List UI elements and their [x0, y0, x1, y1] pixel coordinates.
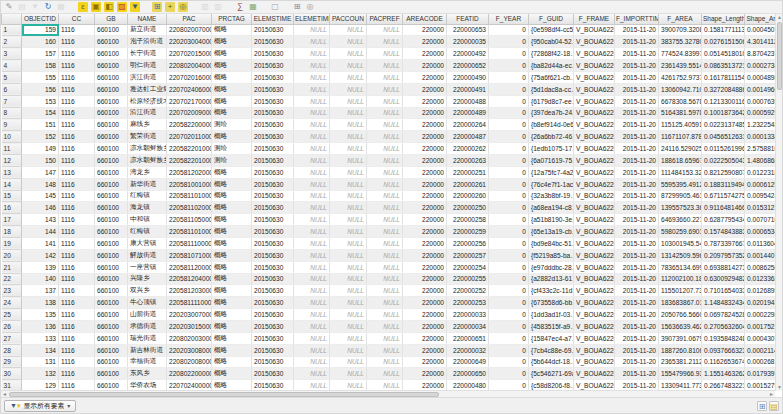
cell-f_importtime[interactable]: 2015-11-20 — [615, 380, 659, 390]
cell-areacode[interactable]: 220000 — [403, 297, 447, 309]
cell-f_importtime[interactable]: 2015-11-20 — [615, 249, 659, 261]
cell-featid[interactable]: 220000261 — [447, 178, 489, 190]
scroll-up-icon[interactable]: ▲ — [776, 14, 783, 21]
cell-objectid[interactable]: 132 — [22, 368, 59, 380]
row-number[interactable]: 17 — [2, 214, 22, 226]
row-number[interactable]: 27 — [2, 332, 22, 344]
column-header-gb[interactable]: GB — [95, 14, 128, 24]
cell-elemetime[interactable]: NULL — [294, 154, 330, 166]
cell-name[interactable]: 海龙镇 — [128, 202, 167, 214]
cell-areacode[interactable]: 220000 — [403, 24, 447, 36]
cell-featid[interactable]: 220000250 — [447, 202, 489, 214]
cell-shape_ar[interactable]: 0.01136048 — [745, 237, 776, 249]
cell-pac[interactable]: 220702009000 — [167, 107, 212, 119]
cell-objectid[interactable]: 131 — [22, 356, 59, 368]
cell-featid[interactable]: 220000490 — [447, 71, 489, 83]
cell-featid[interactable]: 220000488 — [447, 95, 489, 107]
cell-f_frame[interactable]: V_BOUA6220… — [574, 143, 615, 155]
cell-featid[interactable]: 220000487 — [447, 131, 489, 143]
cell-shape_ar[interactable]: 0.00707104 — [745, 214, 776, 226]
cell-f_area[interactable]: 183683867.01… — [659, 297, 702, 309]
cell-cc[interactable]: 1116 — [59, 143, 95, 155]
cell-shape_length[interactable]: 0.0456512631… — [702, 131, 745, 143]
cell-shape_ar[interactable]: 2.57588108 — [745, 143, 776, 155]
cell-f_importtime[interactable]: 2015-11-20 — [615, 320, 659, 332]
cell-objectid[interactable]: 150 — [22, 154, 59, 166]
cell-f_importtime[interactable]: 2015-11-20 — [615, 226, 659, 238]
feature-filter-button[interactable]: ▼▾ 显示所有要素 ▾ — [4, 400, 76, 412]
form-view-icon[interactable]: ▤ — [769, 401, 779, 411]
cell-featid[interactable]: 220000255 — [447, 273, 489, 285]
cell-f_year[interactable]: 0 — [489, 178, 529, 190]
cell-gb[interactable]: 660100 — [95, 36, 128, 48]
cell-shape_length[interactable]: 0.2097957352… — [702, 249, 745, 261]
vertical-scroll-thumb[interactable] — [777, 22, 782, 90]
cell-pacpref[interactable]: NULL — [367, 36, 403, 48]
cell-shape_ar[interactable]: 0.00061299 — [745, 178, 776, 190]
cell-featid[interactable]: 220000480 — [447, 380, 489, 390]
cell-areacode[interactable]: 220000 — [403, 48, 447, 60]
cell-pacpref[interactable]: NULL — [367, 214, 403, 226]
cell-objectid[interactable]: 159 — [22, 24, 59, 36]
cell-name[interactable]: 牛心顶镇 — [128, 297, 167, 309]
cell-f_guid[interactable]: {cf433c2c-11d… — [529, 285, 574, 297]
cell-gb[interactable]: 660100 — [95, 297, 128, 309]
column-header-cc[interactable]: CC — [59, 14, 95, 24]
column-header-elemstime[interactable]: ELEMSTIME — [252, 14, 294, 24]
cell-objectid[interactable]: 146 — [22, 202, 59, 214]
cell-cc[interactable]: 1116 — [59, 48, 95, 60]
cell-elemetime[interactable]: NULL — [294, 60, 330, 72]
cell-f_year[interactable]: 0 — [489, 332, 529, 344]
cell-f_guid[interactable]: {f5219a85-ba… — [529, 249, 574, 261]
cell-f_frame[interactable]: V_BOUA6220… — [574, 356, 615, 368]
cell-cc[interactable]: 1116 — [59, 380, 95, 390]
cell-name[interactable]: 幸福街道 — [128, 356, 167, 368]
cell-f_guid[interactable]: {65e13a19-cb… — [529, 226, 574, 238]
cell-f_frame[interactable]: V_BOUA6220… — [574, 48, 615, 60]
cell-name[interactable]: 新华街道 — [128, 178, 167, 190]
cell-areacode[interactable]: 220000 — [403, 273, 447, 285]
cell-shape_length[interactable]: 0.1162653674… — [702, 356, 745, 368]
cell-objectid[interactable]: 137 — [22, 285, 59, 297]
row-number[interactable]: 23 — [2, 285, 22, 297]
row-number[interactable]: 31 — [2, 380, 22, 390]
cell-pac[interactable]: 220203015000 — [167, 320, 212, 332]
move-selection-top-icon[interactable]: ⊞ — [152, 2, 162, 12]
cell-areacode[interactable]: 220000 — [403, 285, 447, 297]
cell-shape_length[interactable]: 0.0115261996… — [702, 143, 745, 155]
cell-f_area[interactable]: 103001945.54… — [659, 237, 702, 249]
cell-elemstime[interactable]: 20150630 — [252, 166, 294, 178]
cell-areacode[interactable]: 220000 — [403, 143, 447, 155]
cell-elemstime[interactable]: 20150630 — [252, 320, 294, 332]
cell-name[interactable]: 解放街道 — [128, 249, 167, 261]
cell-gb[interactable]: 660100 — [95, 214, 128, 226]
cell-pacpref[interactable]: NULL — [367, 71, 403, 83]
cell-f_guid[interactable]: {673558d6-bb… — [529, 297, 574, 309]
cell-f_importtime[interactable]: 2015-11-20 — [615, 297, 659, 309]
cell-f_frame[interactable]: V_BOUA6220… — [574, 202, 615, 214]
cell-objectid[interactable]: 158 — [22, 60, 59, 72]
cell-pac[interactable]: 220581101000 — [167, 226, 212, 238]
vertical-scrollbar[interactable]: ▲ ▼ — [775, 14, 782, 391]
cell-f_year[interactable]: 0 — [489, 154, 529, 166]
cell-shape_ar[interactable]: 0.01268953 — [745, 285, 776, 297]
cell-f_importtime[interactable]: 2015-11-20 — [615, 166, 659, 178]
cell-f_area[interactable]: 3900709.3208… — [659, 24, 702, 36]
cell-cc[interactable]: 1116 — [59, 154, 95, 166]
cell-pacpref[interactable]: NULL — [367, 60, 403, 72]
cell-gb[interactable]: 660100 — [95, 71, 128, 83]
multi-edit-icon[interactable]: ▤ — [17, 2, 27, 12]
cell-f_guid[interactable]: {0e598df4-cc5… — [529, 24, 574, 36]
cell-pacpref[interactable]: NULL — [367, 297, 403, 309]
cell-paccoun[interactable]: NULL — [330, 285, 367, 297]
cell-areacode[interactable]: 220000 — [403, 95, 447, 107]
cell-areacode[interactable]: 220000 — [403, 261, 447, 273]
cell-gb[interactable]: 660100 — [95, 368, 128, 380]
cell-gb[interactable]: 660100 — [95, 226, 128, 238]
row-number[interactable]: 7 — [2, 95, 22, 107]
cell-f_area[interactable]: 5164381.5978… — [659, 107, 702, 119]
cell-elemstime[interactable]: 20150630 — [252, 83, 294, 95]
cell-elemetime[interactable]: NULL — [294, 95, 330, 107]
cell-paccoun[interactable]: NULL — [330, 83, 367, 95]
cell-pac[interactable]: 220581110000 — [167, 237, 212, 249]
